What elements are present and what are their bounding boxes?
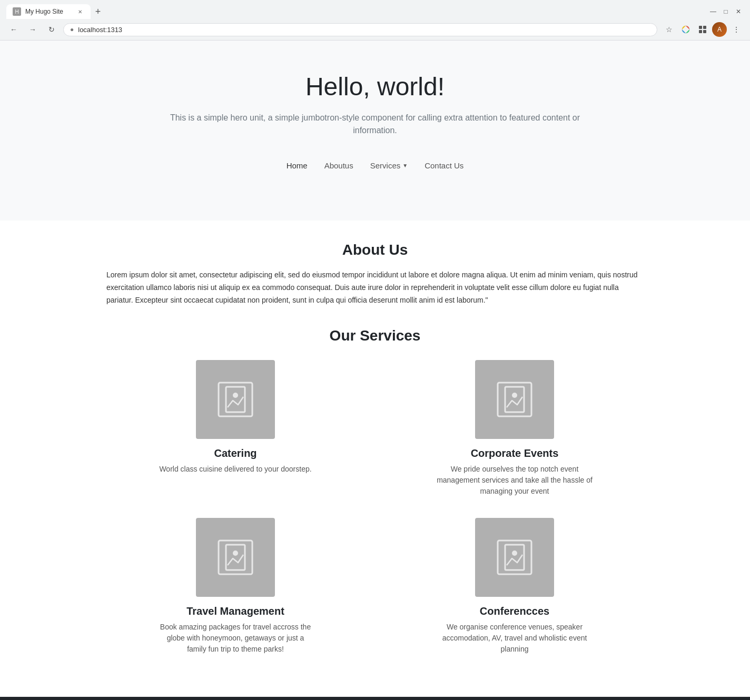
forward-button[interactable]: → [25,22,40,37]
service-name-catering: Catering [106,447,364,459]
about-body-text: Lorem ipsum dolor sit amet, consectetur … [106,269,644,306]
svg-rect-5 [219,383,252,416]
service-name-corporate: Corporate Events [386,447,644,459]
svg-rect-14 [498,541,531,574]
dropdown-arrow-icon: ▼ [402,163,408,168]
navbar: Home Aboutus Services ▼ Contact Us [21,153,729,178]
svg-point-7 [233,393,238,398]
service-image-travel [196,518,275,597]
service-name-conferences: Conferencces [386,605,644,617]
nav-services-label: Services [370,161,401,170]
service-card-corporate: Corporate Events We pride ourselves the … [386,360,644,497]
toolbar-icons: ☆ A ⋮ [662,22,744,37]
svg-point-13 [233,551,238,556]
new-tab-button[interactable]: + [91,4,105,19]
close-button[interactable]: ✕ [733,6,744,17]
svg-rect-1 [699,26,702,29]
nav-services-dropdown[interactable]: Services ▼ [367,159,411,172]
svg-rect-8 [498,383,531,416]
lock-icon: ● [70,26,74,33]
svg-rect-4 [703,30,706,33]
services-section-title: Our Services [106,327,644,344]
minimize-button[interactable]: — [708,6,718,17]
extensions-button[interactable] [695,22,710,37]
hero-section: Hello, world! This is a simple hero unit… [0,41,750,199]
about-section-title: About Us [106,242,644,258]
color-picker-button[interactable] [678,22,693,37]
browser-tabs: H My Hugo Site ✕ + [6,4,105,19]
hero-subtitle: This is a simple hero unit, a simple jum… [164,112,586,137]
profile-icon[interactable]: A [712,22,727,37]
tab-favicon: H [13,7,21,16]
nav-aboutus[interactable]: Aboutus [321,159,357,172]
service-desc-corporate: We pride ourselves the top notch event m… [436,464,594,497]
browser-toolbar: ← → ↻ ● localhost:1313 ☆ [0,19,750,40]
service-desc-travel: Book amazing packages for travel accross… [156,622,314,655]
reload-button[interactable]: ↻ [44,22,59,37]
service-desc-conferences: We organise conference venues, speaker a… [436,622,594,655]
service-card-travel: Travel Management Book amazing packages … [106,518,364,655]
bookmark-star-button[interactable]: ☆ [662,22,676,37]
browser-chrome: H My Hugo Site ✕ + — □ ✕ ← → ↻ ● localho… [0,0,750,41]
hero-bottom-space [0,199,750,221]
svg-rect-2 [703,26,706,29]
svg-rect-3 [699,30,702,33]
content-wrapper: About Us Lorem ipsum dolor sit amet, con… [0,221,750,700]
browser-tab-active[interactable]: H My Hugo Site ✕ [6,4,91,19]
address-bar[interactable]: ● localhost:1313 [63,23,657,36]
svg-rect-11 [219,541,252,574]
service-card-catering: Catering World class cuisine delivered t… [106,360,364,497]
main-content: About Us Lorem ipsum dolor sit amet, con… [75,221,675,697]
maximize-button[interactable]: □ [721,6,731,17]
menu-button[interactable]: ⋮ [729,22,744,37]
tab-title: My Hugo Site [25,8,72,15]
url-text: localhost:1313 [78,26,650,34]
window-controls: — □ ✕ [708,6,744,17]
hero-title: Hello, world! [21,72,729,101]
service-image-corporate [475,360,554,439]
services-grid: Catering World class cuisine delivered t… [106,360,644,655]
service-image-catering [196,360,275,439]
site-footer: © My Organisation - 2020 All rights rese… [0,697,750,700]
service-name-travel: Travel Management [106,605,364,617]
browser-titlebar: H My Hugo Site ✕ + — □ ✕ [0,0,750,19]
page-content: Hello, world! This is a simple hero unit… [0,41,750,700]
service-desc-catering: World class cuisine delivered to your do… [156,464,314,475]
nav-home[interactable]: Home [283,159,311,172]
tab-close-button[interactable]: ✕ [76,7,84,16]
svg-point-16 [512,551,517,556]
service-card-conferences: Conferencces We organise conference venu… [386,518,644,655]
svg-point-10 [512,393,517,398]
service-image-conferences [475,518,554,597]
back-button[interactable]: ← [6,22,21,37]
nav-contact[interactable]: Contact Us [421,159,467,172]
